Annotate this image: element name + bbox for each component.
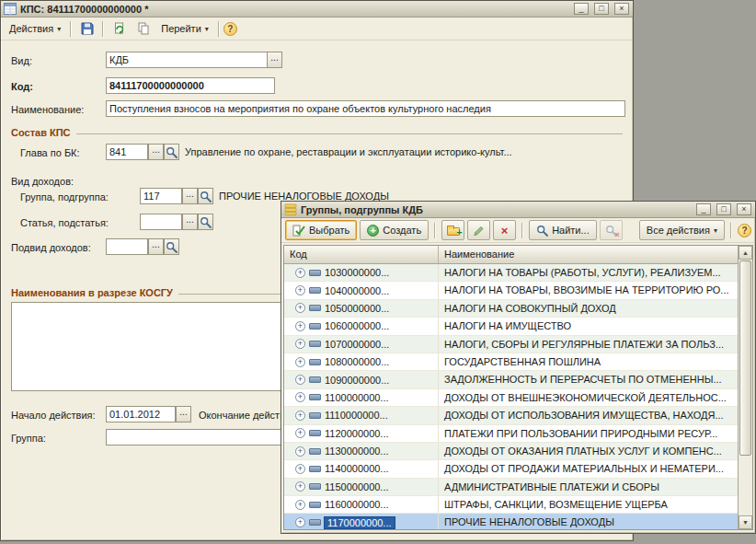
vertical-scrollbar[interactable]: ▲ ▼ xyxy=(738,246,752,529)
kosgu-names-listbox[interactable] xyxy=(11,302,282,391)
scroll-down-button[interactable]: ▼ xyxy=(739,515,752,529)
expand-icon[interactable]: + xyxy=(295,285,305,295)
help-button[interactable]: ? xyxy=(738,224,751,237)
table-row[interactable]: + 1130000000... ДОХОДЫ ОТ ОКАЗАНИЯ ПЛАТН… xyxy=(284,443,738,460)
scrollbar-thumb[interactable] xyxy=(739,260,751,456)
expand-icon[interactable]: + xyxy=(295,268,305,278)
expand-icon[interactable]: + xyxy=(295,375,305,385)
gruppa-podgruppa-field[interactable]: 117 xyxy=(140,188,182,204)
expand-icon[interactable]: + xyxy=(295,339,305,349)
expand-icon[interactable]: + xyxy=(295,500,305,510)
expand-icon[interactable]: + xyxy=(295,428,305,438)
glava-description: Управление по охране, реставрации и эксп… xyxy=(185,145,617,159)
row-code-cell: + 1130000000... xyxy=(284,443,439,459)
table-row[interactable]: + 1110000000... ДОХОДЫ ОТ ИСПОЛЬЗОВАНИЯ … xyxy=(284,407,738,424)
select-button[interactable]: Выбрать xyxy=(285,220,357,240)
edit-button[interactable] xyxy=(467,220,490,240)
vid-field[interactable]: КДБ xyxy=(106,52,268,68)
delete-x-icon: × xyxy=(501,225,509,237)
vid-dohodov-label: Вид доходов: xyxy=(11,174,74,190)
actions-menu-button[interactable]: Действия ▾ xyxy=(4,19,66,39)
magnifier-icon xyxy=(166,146,178,158)
expand-icon[interactable]: + xyxy=(295,321,305,331)
kps-toolbar: Действия ▾ Перейти ▾ ? xyxy=(1,17,633,41)
statya-open-button[interactable] xyxy=(198,214,213,230)
find-button[interactable]: Найти... xyxy=(529,220,597,240)
save-button[interactable] xyxy=(75,19,98,39)
toolbar-separator xyxy=(730,223,732,238)
table-row[interactable]: + 1100000000... ДОХОДЫ ОТ ВНЕШНЕЭКОНОМИЧ… xyxy=(284,389,738,407)
podvid-field[interactable] xyxy=(106,238,148,255)
table-row[interactable]: + 1120000000... ПЛАТЕЖИ ПРИ ПОЛЬЗОВАНИИ … xyxy=(284,425,738,443)
table-row[interactable]: + 1050000000... НАЛОГИ НА СОВОКУПНЫЙ ДОХ… xyxy=(284,300,738,318)
expand-icon[interactable]: + xyxy=(295,517,305,527)
gruppa-podgruppa-choose-button[interactable]: ... xyxy=(182,188,198,204)
kps-window-titlebar[interactable]: КПС: 84111700000000000 * _ □ × xyxy=(1,1,633,17)
table-row[interactable]: + 1030000000... НАЛОГИ НА ТОВАРЫ (РАБОТЫ… xyxy=(284,264,738,282)
naimenovanie-label: Наименование: xyxy=(11,102,84,118)
goto-menu-button[interactable]: Перейти ▾ xyxy=(155,19,214,39)
statya-choose-button[interactable]: ... xyxy=(182,214,198,230)
expand-icon[interactable]: + xyxy=(295,464,305,474)
close-button[interactable]: × xyxy=(614,3,629,15)
plus-circle-icon: + xyxy=(367,225,379,237)
scrollbar-track[interactable] xyxy=(739,457,752,515)
reread-button[interactable] xyxy=(108,19,131,39)
row-code-cell: + 1050000000... xyxy=(284,300,439,317)
actions-menu-label: Действия xyxy=(9,23,53,34)
nachalo-choose-button[interactable]: ... xyxy=(176,406,191,422)
kod-field[interactable]: 84111700000000000 xyxy=(106,77,275,94)
create-button[interactable]: + Создать xyxy=(360,220,429,240)
column-header-naimenovanie[interactable]: Наименование xyxy=(439,246,738,263)
table-row[interactable]: + 1140000000... ДОХОДЫ ОТ ПРОДАЖИ МАТЕРИ… xyxy=(284,460,738,478)
glava-field[interactable]: 841 xyxy=(106,144,148,160)
expand-icon[interactable]: + xyxy=(295,481,305,492)
table-row[interactable]: + 1080000000... ГОСУДАРСТВЕННАЯ ПОШЛИНА xyxy=(284,353,738,371)
minimize-button[interactable]: _ xyxy=(696,203,711,215)
column-header-kod[interactable]: Код xyxy=(284,246,439,263)
kdb-table-main: Код Наименование + 1030000000... НАЛОГИ … xyxy=(284,246,738,529)
all-actions-button[interactable]: Все действия ▾ xyxy=(639,220,725,240)
kdb-toolbar: Выбрать + Создать × Найти... × Вс xyxy=(281,218,755,243)
minimize-button[interactable]: _ xyxy=(574,3,589,15)
expand-icon[interactable]: + xyxy=(295,392,305,402)
podvid-choose-button[interactable]: ... xyxy=(148,238,164,255)
glava-choose-button[interactable]: ... xyxy=(148,144,164,160)
create-group-button[interactable] xyxy=(441,220,464,240)
table-row[interactable]: + 1090000000... ЗАДОЛЖЕННОСТЬ И ПЕРЕРАСЧ… xyxy=(284,371,738,388)
delete-button[interactable]: × xyxy=(493,220,516,240)
table-row[interactable]: + 1160000000... ШТРАФЫ, САНКЦИИ, ВОЗМЕЩЕ… xyxy=(284,496,738,514)
table-row[interactable]: + 1070000000... НАЛОГИ, СБОРЫ И РЕГУЛЯРН… xyxy=(284,336,738,353)
close-button[interactable]: × xyxy=(737,203,751,215)
table-row[interactable]: + 1170000000... ПРОЧИЕ НЕНАЛОГОВЫЕ ДОХОД… xyxy=(284,514,738,529)
gruppa-podgruppa-open-button[interactable] xyxy=(198,188,213,204)
table-row[interactable]: + 1150000000... АДМИНИСТРАТИВНЫЕ ПЛАТЕЖИ… xyxy=(284,479,738,496)
maximize-button[interactable]: □ xyxy=(594,3,609,15)
group-marker-icon xyxy=(309,341,321,347)
scroll-up-button[interactable]: ▲ xyxy=(739,246,752,260)
kdb-window-titlebar[interactable]: Группы, подгруппы КДБ _ □ × xyxy=(281,202,755,218)
table-row[interactable]: + 1040000000... НАЛОГИ НА ТОВАРЫ, ВВОЗИМ… xyxy=(284,282,738,299)
table-row[interactable]: + 1060000000... НАЛОГИ НА ИМУЩЕСТВО xyxy=(284,318,738,335)
row-code: 1150000000... xyxy=(325,481,389,492)
row-code: 1110000000... xyxy=(325,410,388,421)
expand-icon[interactable]: + xyxy=(295,303,305,313)
glava-open-button[interactable] xyxy=(164,144,179,160)
statya-field[interactable] xyxy=(140,214,182,230)
row-code-cell: + 1160000000... xyxy=(284,496,439,513)
maximize-button[interactable]: □ xyxy=(716,203,731,215)
podvid-open-button[interactable] xyxy=(164,238,179,255)
copy-button[interactable] xyxy=(132,19,155,39)
clear-find-button[interactable]: × xyxy=(600,220,623,240)
gruppa-field[interactable] xyxy=(106,429,281,446)
group-marker-icon xyxy=(309,359,321,365)
naimenovanie-field[interactable]: Поступления взносов на мероприятия по ох… xyxy=(106,100,625,117)
expand-icon[interactable]: + xyxy=(295,446,305,457)
group-marker-icon xyxy=(309,448,321,455)
expand-icon[interactable]: + xyxy=(295,411,305,421)
row-code-cell: + 1080000000... xyxy=(284,353,439,370)
help-button[interactable]: ? xyxy=(223,22,237,36)
vid-choose-button[interactable]: ... xyxy=(267,52,282,68)
expand-icon[interactable]: + xyxy=(295,357,305,367)
nachalo-field[interactable]: 01.01.2012 xyxy=(106,406,176,422)
